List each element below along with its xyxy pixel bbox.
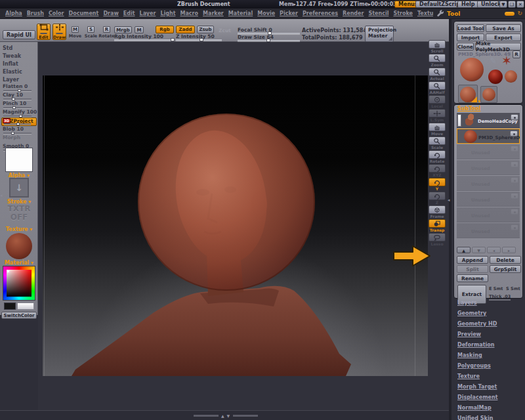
- draw-size-slider[interactable]: Draw Size 64: [238, 34, 300, 41]
- left-tray-grip-icon[interactable]: ◂: [0, 193, 3, 198]
- reorder-arrow-button[interactable]: ▸: [502, 247, 516, 253]
- s-smt-slider[interactable]: S Smt: [506, 286, 520, 291]
- help-button[interactable]: Help: [457, 1, 479, 8]
- make-polymesh3d-button[interactable]: Make PolyMesh3D: [475, 43, 521, 51]
- current-tool-thumbnail[interactable]: [460, 58, 484, 81]
- e-smt-slider[interactable]: E Smt: [489, 286, 503, 291]
- reorder-arrow-button[interactable]: ◂: [487, 247, 501, 253]
- shelf-button[interactable]: Z: [427, 192, 448, 205]
- switch-color-button[interactable]: SwitchColor: [1, 312, 37, 319]
- reorder-arrow-button[interactable]: ▼: [472, 247, 486, 253]
- mode-button[interactable]: R Rotate: [100, 24, 114, 40]
- menu-item[interactable]: Material: [228, 10, 253, 16]
- menu-item[interactable]: Brush: [27, 10, 44, 16]
- shelf-button[interactable]: Lasso: [427, 233, 448, 247]
- menu-item[interactable]: Movie: [257, 10, 275, 16]
- brush-slider-item[interactable]: Blob 10: [1, 126, 37, 135]
- cycle-arrow-icon[interactable]: ↻: [517, 10, 522, 16]
- palette-section-header[interactable]: Displacement: [457, 394, 497, 400]
- brush-item[interactable]: Elastic: [3, 69, 22, 75]
- zsub-button[interactable]: Zsub: [197, 26, 214, 33]
- subtool-row[interactable]: Unused: [457, 192, 520, 207]
- menu-item[interactable]: Picker: [280, 10, 298, 16]
- texture-off-thumbnail[interactable]: TXTR OFF: [0, 205, 38, 221]
- brush-item[interactable]: Tweak: [3, 53, 21, 59]
- visibility-eye-icon[interactable]: [511, 224, 518, 230]
- shelf-button[interactable]: Actual: [427, 68, 448, 81]
- split-button[interactable]: Split: [457, 265, 488, 273]
- palette-section-header[interactable]: Masking: [457, 352, 482, 358]
- visibility-eye-icon[interactable]: [511, 114, 518, 120]
- shelf-button[interactable]: Local: [427, 95, 448, 109]
- document-viewport[interactable]: [43, 75, 428, 376]
- projection-master-button[interactable]: Projection Master: [365, 26, 394, 42]
- tray-handle-right[interactable]: [233, 415, 258, 417]
- palette-section-header[interactable]: Unified Skin: [457, 415, 493, 420]
- visibility-eye-icon[interactable]: [511, 209, 518, 215]
- menu-item[interactable]: Stencil: [368, 10, 388, 16]
- brush-slider-item[interactable]: Pinch 10: [1, 100, 37, 109]
- brush-slider-item[interactable]: Magnify 100: [1, 109, 37, 117]
- m-button[interactable]: M: [135, 26, 144, 33]
- rename-button[interactable]: Rename: [457, 274, 488, 282]
- delete-button[interactable]: Delete: [490, 256, 521, 264]
- brush-slider-handle[interactable]: [16, 123, 20, 125]
- shelf-button[interactable]: Zoom: [427, 54, 448, 68]
- star-tool-thumbnail[interactable]: ✶: [501, 53, 512, 68]
- menu-item[interactable]: Color: [49, 10, 64, 16]
- zadd-button[interactable]: Zadd: [176, 26, 195, 33]
- visibility-eye-icon[interactable]: [511, 146, 518, 152]
- palette-section-header[interactable]: Geometry HD: [457, 321, 497, 327]
- zcut-button[interactable]: Zcut: [219, 28, 231, 33]
- mode-button[interactable]: Draw: [52, 24, 66, 40]
- pen-tool-thumbnail[interactable]: ✎: [489, 55, 497, 66]
- window-control-icon[interactable]: ❏: [508, 1, 516, 8]
- shelf-button[interactable]: Scale: [427, 136, 448, 150]
- primary-color-swatch[interactable]: [17, 303, 34, 310]
- palette-section-header[interactable]: Texture: [457, 373, 480, 379]
- shelf-button[interactable]: Transp: [427, 219, 448, 233]
- shelf-button[interactable]: Scroll: [427, 40, 448, 54]
- palette-section-header[interactable]: Layers: [457, 300, 477, 306]
- color-picker[interactable]: [3, 266, 35, 301]
- tray-handle-left[interactable]: [194, 415, 219, 417]
- mode-button[interactable]: Edit: [37, 24, 51, 40]
- right-panel-divider[interactable]: ◂: [449, 19, 452, 420]
- shelf-button[interactable]: Move: [427, 123, 448, 136]
- palette-section-header[interactable]: Morph Target: [457, 384, 497, 390]
- palette-section-header[interactable]: NormalMap: [457, 405, 492, 411]
- z-intensity-handle[interactable]: [200, 38, 203, 41]
- texture-section-label[interactable]: Texture ▾: [0, 226, 38, 232]
- palette-section-header[interactable]: Deformation: [457, 342, 494, 348]
- visibility-eye-icon[interactable]: [511, 177, 518, 183]
- menu-item[interactable]: Preferences: [303, 10, 338, 16]
- quick-pick-alt[interactable]: [480, 86, 497, 103]
- rapid-ui-button[interactable]: Rapid UI: [3, 30, 35, 39]
- focal-shift-handle[interactable]: [268, 32, 272, 35]
- brush-item[interactable]: Layer: [3, 77, 19, 83]
- thick-slider[interactable]: Thick .03: [489, 294, 511, 299]
- shelf-button[interactable]: L.Sym: [427, 109, 448, 123]
- rgb-intensity-slider[interactable]: Rgb Intensity 100: [114, 33, 175, 41]
- visibility-eye-icon[interactable]: [510, 131, 518, 136]
- visibility-eye-icon[interactable]: [511, 193, 518, 199]
- material-thumbnail[interactable]: [6, 233, 32, 259]
- append-button[interactable]: Append: [457, 256, 488, 264]
- subtool-row[interactable]: PM3D_Sphere3D: [457, 129, 520, 144]
- reorder-arrow-button[interactable]: ▲: [457, 247, 471, 253]
- menu-item[interactable]: Document: [69, 10, 99, 16]
- secondary-color-swatch[interactable]: [4, 303, 16, 310]
- subtool-row[interactable]: Unused: [457, 144, 520, 159]
- sphere-tool-thumbnail[interactable]: [505, 70, 517, 83]
- menu-item[interactable]: Marker: [203, 10, 224, 16]
- menu-item[interactable]: Layer: [140, 10, 156, 16]
- window-control-icon[interactable]: ▼: [499, 1, 507, 8]
- menu-item[interactable]: Stroke: [393, 10, 413, 16]
- z-intensity-slider[interactable]: Z Intensity 50: [176, 33, 222, 41]
- subtool-thumbnail[interactable]: [464, 130, 477, 143]
- subtool-row[interactable]: Unused: [457, 223, 520, 238]
- shelf-button[interactable]: Y: [427, 178, 448, 192]
- saturation-value-square[interactable]: [7, 270, 32, 297]
- palette-section-header[interactable]: Preview: [457, 331, 481, 337]
- load-tool-button[interactable]: Load Tool: [457, 24, 484, 32]
